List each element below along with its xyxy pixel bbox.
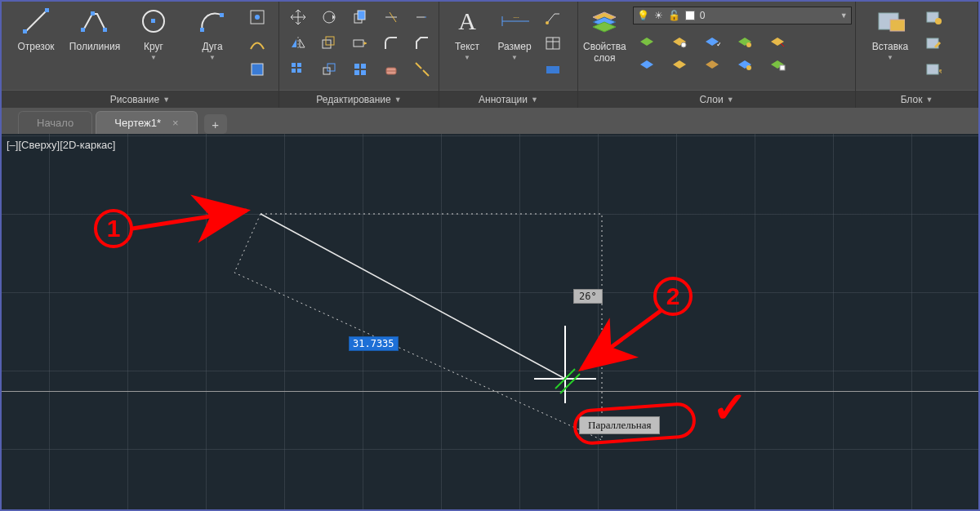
drawing-viewport[interactable]: [–][Сверху][2D-каркас] 31.7335 26° Парал…: [2, 134, 978, 509]
panel-annotation: A Текст ▼ --- Размер ▼ Аннотации ▼: [439, 2, 578, 108]
tool-erase[interactable]: [381, 59, 402, 80]
panel-annot-title[interactable]: Аннотации ▼: [439, 90, 577, 108]
svg-point-55: [746, 42, 751, 47]
layer-tool-8[interactable]: [734, 54, 755, 75]
svg-rect-62: [890, 20, 905, 31]
panel-modify-title-text: Редактирование: [316, 94, 390, 105]
annot-table[interactable]: [542, 33, 564, 54]
svg-point-11: [255, 15, 260, 20]
tool-extend[interactable]: [412, 7, 433, 28]
layer-tool-5[interactable]: ✓: [702, 31, 723, 52]
layer-tool-1[interactable]: [636, 31, 657, 52]
panel-draw-title[interactable]: Рисование ▼: [2, 90, 278, 108]
svg-point-49: [681, 42, 686, 47]
tool-circle[interactable]: Круг ▼: [124, 5, 183, 61]
tool-rotate[interactable]: [318, 7, 340, 28]
tool-dimension[interactable]: --- Размер ▼: [490, 5, 539, 61]
panel-layers-title-text: Слои: [699, 94, 723, 105]
layer-selector[interactable]: 💡 ☀ 🔓 0 ▼: [633, 7, 852, 24]
ribbon: Отрезок Полилиния Круг ▼ Дуга ▼: [2, 2, 978, 108]
block-edit[interactable]: [923, 33, 944, 54]
insert-icon: [875, 7, 905, 36]
svg-marker-13: [292, 39, 296, 47]
annot-field[interactable]: [542, 59, 564, 80]
tool-chamfer[interactable]: [412, 33, 433, 54]
new-tab-button[interactable]: +: [204, 114, 227, 134]
tool-line[interactable]: Отрезок: [7, 5, 65, 52]
tool-polyline[interactable]: Полилиния: [65, 5, 124, 52]
dynamic-distance-input[interactable]: 31.7335: [349, 336, 399, 351]
chevron-down-icon: ▼: [209, 54, 216, 61]
layer-tool-6[interactable]: [702, 54, 723, 75]
tool-copy[interactable]: [350, 7, 371, 28]
svg-line-74: [581, 310, 662, 369]
tool-mirror[interactable]: [287, 33, 309, 54]
panel-block-title[interactable]: Блок ▼: [856, 90, 978, 108]
svg-marker-53: [706, 60, 719, 69]
tool-move[interactable]: [287, 7, 309, 28]
svg-rect-60: [780, 65, 785, 70]
lock-icon: 🔓: [668, 10, 680, 21]
document-tabs: Начало Чертеж1* × +: [2, 108, 978, 134]
svg-rect-9: [220, 13, 224, 17]
chevron-down-icon: ▼: [511, 54, 518, 61]
color-swatch: [685, 11, 695, 20]
tool-break[interactable]: [412, 59, 433, 80]
svg-point-38: [546, 21, 549, 24]
modify-buttons: [284, 5, 439, 83]
svg-line-72: [560, 374, 580, 393]
panel-block-title-text: Блок: [901, 94, 923, 105]
layer-props-icon: [590, 7, 619, 36]
draw-extra-2[interactable]: [247, 33, 268, 54]
svg-rect-31: [354, 70, 359, 75]
tool-scale[interactable]: [318, 59, 340, 80]
tool-trim[interactable]: [381, 7, 402, 28]
block-attr[interactable]: ✎: [923, 59, 944, 80]
close-icon[interactable]: ×: [172, 117, 179, 129]
chevron-down-icon: ▼: [887, 54, 893, 61]
svg-marker-46: [640, 38, 653, 46]
svg-rect-32: [361, 70, 366, 75]
tool-insert[interactable]: Вставка ▼: [861, 5, 920, 61]
tool-fillet[interactable]: [381, 33, 402, 54]
layer-properties[interactable]: Свойства слоя: [583, 5, 626, 64]
panel-modify-title[interactable]: Редактирование ▼: [279, 90, 439, 108]
layer-tool-2[interactable]: [636, 54, 657, 75]
draw-extra-3[interactable]: [247, 59, 268, 80]
callout-marker-1: 1: [94, 209, 133, 248]
tool-offset[interactable]: [318, 33, 340, 54]
layer-tool-9[interactable]: [767, 31, 788, 52]
tab-home[interactable]: Начало: [18, 111, 92, 134]
block-create[interactable]: [923, 7, 944, 28]
layer-tool-10[interactable]: [767, 54, 788, 75]
layer-tool-7[interactable]: [734, 31, 755, 52]
draw-extra-1[interactable]: [247, 7, 268, 28]
text-icon: A: [452, 7, 482, 36]
tool-text[interactable]: A Текст ▼: [444, 5, 490, 61]
tool-stretch[interactable]: [350, 33, 371, 54]
tool-arc[interactable]: Дуга ▼: [183, 5, 242, 61]
arc-icon: [198, 7, 227, 36]
tab-home-label: Начало: [37, 117, 74, 129]
tool-explode[interactable]: [350, 59, 371, 80]
annot-leader[interactable]: [542, 7, 564, 28]
tab-drawing-1-label: Чертеж1*: [114, 117, 161, 129]
chevron-down-icon: ▼: [840, 11, 848, 20]
svg-rect-8: [200, 28, 204, 32]
layer-tool-3[interactable]: [669, 31, 690, 52]
tool-circle-label: Круг: [144, 41, 163, 52]
chevron-down-icon: ▼: [394, 96, 402, 104]
svg-rect-26: [358, 11, 365, 20]
svg-rect-30: [361, 64, 366, 69]
svg-rect-1: [23, 29, 27, 33]
tool-array[interactable]: [287, 59, 309, 80]
panel-layers-title[interactable]: Слои ▼: [578, 90, 855, 108]
tab-drawing-1[interactable]: Чертеж1* ×: [96, 111, 197, 134]
tool-line-label: Отрезок: [17, 41, 54, 52]
layer-tool-4[interactable]: [669, 54, 690, 75]
svg-rect-27: [354, 40, 363, 47]
panel-layers: Свойства слоя 💡 ☀ 🔓 0 ▼ ✓: [578, 2, 856, 108]
chevron-down-icon: ▼: [531, 96, 538, 104]
svg-rect-22: [326, 37, 334, 45]
svg-rect-4: [91, 11, 95, 16]
